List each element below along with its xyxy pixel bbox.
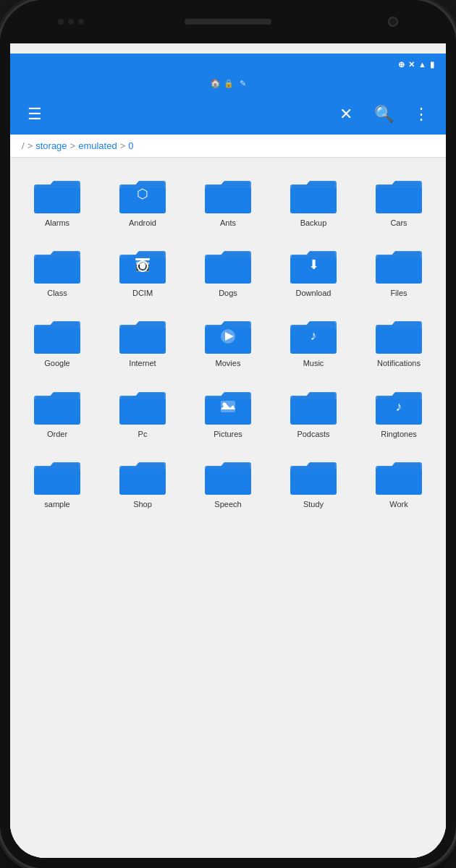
folder-item[interactable]: Notifications — [358, 307, 440, 374]
app-bar: ☰ ✕ 🔍 ⋮ — [10, 94, 446, 135]
close-icon: ✕ — [339, 105, 352, 124]
folder-name: Class — [47, 289, 67, 298]
folder-item[interactable]: Class — [16, 237, 98, 304]
folder-icon-internet — [117, 312, 169, 356]
svg-point-3 — [140, 263, 145, 269]
path-edit-icon: ✎ — [240, 79, 246, 88]
folder-item[interactable]: Movies — [187, 307, 269, 374]
folder-name: Ants — [220, 218, 236, 228]
sensor-dots — [58, 19, 84, 25]
svg-text:♪: ♪ — [311, 328, 317, 343]
folder-name: Notifications — [377, 359, 421, 368]
status-icons: ⊕ ✕ ▲ ▮ — [398, 60, 434, 69]
folder-icon-ringtones: ♪ — [373, 383, 425, 427]
folder-item[interactable]: ♪ Music — [272, 307, 355, 374]
folder-grid: Alarms ⬡ Android Ants Backup Cars — [13, 163, 443, 518]
folder-name: Alarms — [45, 218, 69, 228]
sensor-dot — [58, 19, 64, 25]
folder-name: Order — [47, 430, 67, 439]
folder-name: Study — [303, 500, 324, 509]
folder-name: Google — [44, 359, 69, 368]
folder-item[interactable]: Internet — [101, 307, 184, 374]
sensor-dot — [78, 19, 84, 25]
folder-icon-android: ⬡ — [117, 172, 169, 216]
folder-name: Files — [390, 289, 407, 298]
location-icon: ⊕ — [398, 60, 405, 69]
more-button[interactable]: ⋮ — [408, 101, 434, 127]
more-icon: ⋮ — [413, 105, 429, 124]
folder-item[interactable]: Alarms — [16, 166, 98, 234]
wifi-icon: ✕ — [408, 60, 415, 69]
folder-name: Android — [129, 218, 156, 228]
close-button[interactable]: ✕ — [333, 101, 359, 127]
folder-icon-sample — [31, 454, 83, 497]
folder-name: Pictures — [214, 430, 242, 439]
hardware-top — [0, 0, 456, 43]
folder-item[interactable]: Speech — [187, 448, 269, 515]
folder-icon-download: ⬇ — [287, 242, 339, 286]
folder-icon-notifications — [373, 312, 425, 356]
breadcrumb-root: / — [22, 140, 25, 151]
front-camera — [388, 17, 398, 27]
folder-icon-cars — [373, 172, 425, 216]
folder-icon-podcasts — [287, 383, 339, 427]
search-button[interactable]: 🔍 — [371, 101, 397, 127]
folder-icon-study — [287, 454, 339, 497]
folder-name: Music — [303, 359, 324, 368]
folder-icon-dcim: 📷 — [117, 242, 169, 286]
folder-name: Backup — [300, 218, 327, 228]
folder-item[interactable]: ♪ Ringtones — [358, 378, 440, 445]
folder-item[interactable]: Pc — [101, 378, 184, 445]
folder-item[interactable]: Work — [358, 448, 440, 515]
battery-icon: ▮ — [430, 60, 434, 69]
folder-name: Internet — [129, 359, 156, 368]
breadcrumb-emulated[interactable]: emulated — [78, 140, 117, 151]
folder-icon-shop — [117, 454, 169, 497]
folder-name: Dogs — [219, 289, 237, 298]
breadcrumb: / > storage > emulated > 0 — [10, 135, 446, 158]
signal-icon: ▲ — [418, 60, 426, 69]
folder-icon-work — [373, 454, 425, 497]
folder-name: Ringtones — [381, 430, 417, 439]
folder-icon-files — [373, 242, 425, 286]
folder-item[interactable]: ⬡ Android — [101, 166, 184, 234]
menu-button[interactable]: ☰ — [22, 101, 48, 127]
folder-icon-order — [31, 383, 83, 427]
folder-item[interactable]: ⬇ Download — [272, 237, 355, 304]
folder-item[interactable]: Shop — [101, 448, 184, 515]
folder-item[interactable]: Google — [16, 307, 98, 374]
folder-name: Download — [296, 289, 332, 298]
folder-item[interactable]: Cars — [358, 166, 440, 234]
breadcrumb-storage[interactable]: storage — [35, 140, 67, 151]
folder-item[interactable]: Podcasts — [272, 378, 355, 445]
folder-name: Shop — [133, 500, 152, 509]
folder-item[interactable]: Files — [358, 237, 440, 304]
folder-name: Cars — [390, 218, 407, 228]
folder-icon-pc — [117, 383, 169, 427]
folder-item[interactable]: 📷 DCIM — [101, 237, 184, 304]
folder-item[interactable]: Pictures — [187, 378, 269, 445]
phone-shell: ⊕ ✕ ▲ ▮ 🏠 🔒 ✎ ☰ ✕ — [0, 0, 456, 868]
folder-item[interactable]: sample — [16, 448, 98, 515]
breadcrumb-sep3: > — [120, 140, 126, 151]
folder-grid-container: Alarms ⬡ Android Ants Backup Cars — [10, 158, 446, 858]
folder-item[interactable]: Ants — [187, 166, 269, 234]
svg-text:⬇: ⬇ — [308, 258, 319, 272]
folder-icon-class — [31, 242, 83, 286]
search-icon: 🔍 — [374, 105, 394, 124]
folder-name: sample — [44, 500, 69, 509]
folder-item[interactable]: Study — [272, 448, 355, 515]
folder-name: Speech — [214, 500, 241, 509]
folder-icon-google — [31, 312, 83, 356]
folder-item[interactable]: Order — [16, 378, 98, 445]
breadcrumb-0[interactable]: 0 — [128, 140, 133, 151]
path-home-icon: 🏠 — [210, 78, 221, 88]
folder-name: Work — [389, 500, 408, 509]
folder-item[interactable]: Backup — [272, 166, 355, 234]
screen: ⊕ ✕ ▲ ▮ 🏠 🔒 ✎ ☰ ✕ — [10, 54, 446, 858]
svg-text:⬡: ⬡ — [137, 187, 148, 201]
breadcrumb-sep2: > — [70, 140, 76, 151]
status-bar: ⊕ ✕ ▲ ▮ — [10, 54, 446, 75]
folder-icon-pictures — [202, 383, 254, 427]
folder-item[interactable]: Dogs — [187, 237, 269, 304]
